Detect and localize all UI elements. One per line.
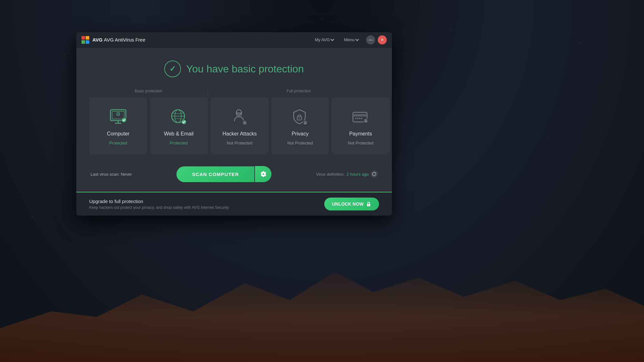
svg-point-40 [368,205,369,205]
privacy-icon [290,107,310,127]
svg-point-15 [236,110,242,115]
lock-icon [366,201,371,207]
svg-point-30 [355,118,356,119]
svg-point-33 [361,118,362,119]
window-controls: — ✕ [366,35,387,44]
basic-protection-label: Basic protection [89,89,208,93]
upgrade-title: Upgrade to full protection [89,199,229,204]
chevron-down-icon [355,37,359,41]
hacker-attacks-card-name: Hacker Attacks [223,131,257,137]
computer-card-name: Computer [107,131,129,137]
status-circle: ✓ [164,60,181,77]
privacy-card[interactable]: Privacy Not Protected [271,97,329,154]
full-protection-label: Full protection [208,89,390,93]
close-button[interactable]: ✕ [378,35,387,44]
full-protection-group: Full protection [208,89,390,154]
menu-button[interactable]: Menu [341,36,361,43]
web-email-card-name: Web & Email [164,131,194,137]
payments-card[interactable]: Payments Not Protected [332,97,390,154]
upgrade-bar: Upgrade to full protection Keep hackers … [76,192,392,216]
virus-def-time: 2 hours ago [346,172,369,177]
full-cards-row: Hacker Attacks Not Protected [208,97,390,154]
virus-definition-info: Virus definition: 2 hours ago [316,171,378,178]
title-bar: AVG AVG AntiVirus Free My AVG Menu — ✕ [76,32,392,48]
svg-point-27 [305,123,306,124]
privacy-card-name: Privacy [292,131,308,137]
web-email-card[interactable]: Web & Email Protected [150,97,208,154]
svg-point-38 [365,121,366,122]
check-icon: ✓ [169,64,176,73]
hacker-attacks-card[interactable]: Hacker Attacks Not Protected [211,97,269,154]
privacy-card-status: Not Protected [287,141,313,145]
payments-card-status: Not Protected [348,141,374,145]
gear-icon [260,171,266,177]
protection-sections: Basic protection [89,89,379,154]
upgrade-description: Keep hackers out protect your privacy, a… [89,205,229,210]
hacker-attacks-card-status: Not Protected [227,141,252,145]
basic-protection-group: Basic protection [89,89,208,154]
svg-rect-29 [353,114,367,116]
title-bar-right: My AVG Menu — ✕ [312,35,387,44]
svg-rect-3 [86,40,89,44]
hacker-attacks-icon [229,107,250,127]
refresh-button[interactable] [371,171,378,178]
scan-button-wrapper: SCAN COMPUTER [176,166,271,182]
web-email-icon [168,107,189,127]
status-headline: You have basic protection [186,63,304,75]
payments-card-name: Payments [349,131,372,137]
web-email-card-status: Protected [170,141,188,145]
refresh-icon [372,172,376,176]
computer-card-status: Protected [109,141,127,145]
upgrade-info: Upgrade to full protection Keep hackers … [89,199,229,210]
app-window: AVG AVG AntiVirus Free My AVG Menu — ✕ ✓ [76,32,392,216]
computer-card[interactable]: Computer Protected [89,97,147,154]
minimize-button[interactable]: — [366,35,375,44]
svg-point-32 [359,118,360,119]
svg-rect-0 [81,36,85,40]
svg-rect-2 [81,40,85,44]
status-header: ✓ You have basic protection [89,60,379,77]
bottom-bar: Last virus scan: Never SCAN COMPUTER Vir… [89,166,379,182]
svg-point-31 [357,118,358,119]
title-bar-left: AVG AVG AntiVirus Free [81,36,145,44]
computer-icon [108,107,128,127]
scan-settings-button[interactable] [255,166,271,182]
svg-point-21 [244,123,245,124]
scan-computer-button[interactable]: SCAN COMPUTER [176,166,254,182]
svg-rect-1 [86,36,89,40]
app-title: AVG AVG AntiVirus Free [92,37,145,42]
basic-cards-row: Computer Protected [89,97,208,154]
svg-point-23 [299,118,300,119]
payments-icon [350,107,371,127]
main-content: ✓ You have basic protection Basic protec… [76,48,392,192]
avg-logo-icon [81,36,89,44]
chevron-down-icon [331,37,334,41]
my-avg-button[interactable]: My AVG [312,36,336,43]
last-scan-info: Last virus scan: Never [90,172,132,177]
unlock-now-button[interactable]: UNLOCK NOW [324,198,379,210]
